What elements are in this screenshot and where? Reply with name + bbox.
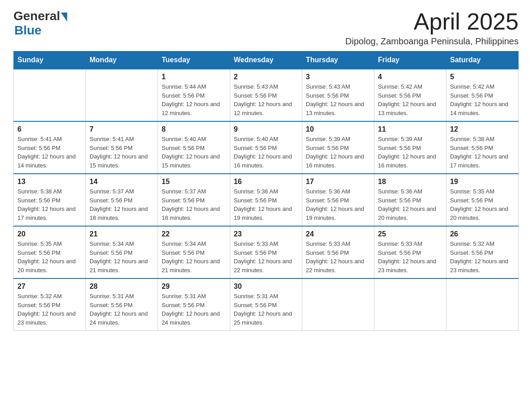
day-number: 9 xyxy=(234,125,298,133)
day-number: 16 xyxy=(234,178,298,186)
calendar-cell: 30Sunrise: 5:31 AMSunset: 5:56 PMDayligh… xyxy=(230,278,302,331)
calendar-cell xyxy=(14,69,86,121)
calendar-cell xyxy=(86,69,158,121)
day-number: 3 xyxy=(306,73,370,81)
location-subtitle: Dipolog, Zamboanga Peninsula, Philippine… xyxy=(345,36,519,47)
day-info: Sunrise: 5:37 AMSunset: 5:56 PMDaylight:… xyxy=(162,187,226,222)
day-info: Sunrise: 5:43 AMSunset: 5:56 PMDaylight:… xyxy=(306,82,370,117)
day-number: 4 xyxy=(378,73,442,81)
day-info: Sunrise: 5:34 AMSunset: 5:56 PMDaylight:… xyxy=(162,240,226,274)
calendar-cell: 17Sunrise: 5:36 AMSunset: 5:56 PMDayligh… xyxy=(302,174,374,226)
logo: General Blue xyxy=(13,9,67,38)
day-number: 17 xyxy=(306,178,370,186)
logo-triangle-icon xyxy=(60,11,67,21)
day-number: 18 xyxy=(378,178,442,186)
day-info: Sunrise: 5:33 AMSunset: 5:56 PMDaylight:… xyxy=(234,240,298,274)
calendar-cell: 15Sunrise: 5:37 AMSunset: 5:56 PMDayligh… xyxy=(158,174,230,226)
day-info: Sunrise: 5:44 AMSunset: 5:56 PMDaylight:… xyxy=(162,82,226,117)
day-number: 5 xyxy=(450,73,515,81)
calendar-cell: 9Sunrise: 5:40 AMSunset: 5:56 PMDaylight… xyxy=(230,121,302,174)
day-info: Sunrise: 5:31 AMSunset: 5:56 PMDaylight:… xyxy=(90,292,154,327)
calendar-cell: 28Sunrise: 5:31 AMSunset: 5:56 PMDayligh… xyxy=(86,278,158,331)
day-info: Sunrise: 5:36 AMSunset: 5:56 PMDaylight:… xyxy=(306,187,370,222)
day-number: 2 xyxy=(234,73,298,81)
calendar-cell: 6Sunrise: 5:41 AMSunset: 5:56 PMDaylight… xyxy=(14,121,86,174)
calendar-cell: 19Sunrise: 5:35 AMSunset: 5:56 PMDayligh… xyxy=(446,174,519,226)
day-number: 15 xyxy=(162,178,226,186)
calendar-table: SundayMondayTuesdayWednesdayThursdayFrid… xyxy=(13,51,519,331)
day-number: 26 xyxy=(450,230,515,238)
day-info: Sunrise: 5:38 AMSunset: 5:56 PMDaylight:… xyxy=(17,187,82,222)
weekday-header-monday: Monday xyxy=(86,51,158,69)
day-number: 8 xyxy=(162,125,226,133)
calendar-cell: 12Sunrise: 5:38 AMSunset: 5:56 PMDayligh… xyxy=(446,121,519,174)
day-number: 11 xyxy=(378,125,442,133)
day-info: Sunrise: 5:35 AMSunset: 5:56 PMDaylight:… xyxy=(17,240,82,274)
day-info: Sunrise: 5:32 AMSunset: 5:56 PMDaylight:… xyxy=(17,292,82,327)
day-number: 12 xyxy=(450,125,515,133)
calendar-cell xyxy=(374,278,446,331)
calendar-cell: 16Sunrise: 5:36 AMSunset: 5:56 PMDayligh… xyxy=(230,174,302,226)
calendar-cell: 23Sunrise: 5:33 AMSunset: 5:56 PMDayligh… xyxy=(230,226,302,278)
day-number: 25 xyxy=(378,230,442,238)
day-info: Sunrise: 5:43 AMSunset: 5:56 PMDaylight:… xyxy=(234,82,298,117)
day-info: Sunrise: 5:33 AMSunset: 5:56 PMDaylight:… xyxy=(378,240,442,274)
day-info: Sunrise: 5:37 AMSunset: 5:56 PMDaylight:… xyxy=(90,187,154,222)
day-info: Sunrise: 5:36 AMSunset: 5:56 PMDaylight:… xyxy=(234,187,298,222)
day-info: Sunrise: 5:33 AMSunset: 5:56 PMDaylight:… xyxy=(306,240,370,274)
calendar-cell: 29Sunrise: 5:31 AMSunset: 5:56 PMDayligh… xyxy=(158,278,230,331)
day-info: Sunrise: 5:40 AMSunset: 5:56 PMDaylight:… xyxy=(234,135,298,170)
day-info: Sunrise: 5:40 AMSunset: 5:56 PMDaylight:… xyxy=(162,135,226,170)
calendar-cell: 3Sunrise: 5:43 AMSunset: 5:56 PMDaylight… xyxy=(302,69,374,121)
day-info: Sunrise: 5:39 AMSunset: 5:56 PMDaylight:… xyxy=(306,135,370,170)
weekday-header-sunday: Sunday xyxy=(14,51,86,69)
calendar-week-row: 6Sunrise: 5:41 AMSunset: 5:56 PMDaylight… xyxy=(14,121,519,174)
day-number: 13 xyxy=(17,178,82,186)
day-info: Sunrise: 5:36 AMSunset: 5:56 PMDaylight:… xyxy=(378,187,442,222)
calendar-cell: 7Sunrise: 5:41 AMSunset: 5:56 PMDaylight… xyxy=(86,121,158,174)
calendar-cell: 8Sunrise: 5:40 AMSunset: 5:56 PMDaylight… xyxy=(158,121,230,174)
weekday-header-saturday: Saturday xyxy=(446,51,519,69)
calendar-week-row: 13Sunrise: 5:38 AMSunset: 5:56 PMDayligh… xyxy=(14,174,519,226)
day-number: 21 xyxy=(90,230,154,238)
calendar-cell: 25Sunrise: 5:33 AMSunset: 5:56 PMDayligh… xyxy=(374,226,446,278)
calendar-cell: 13Sunrise: 5:38 AMSunset: 5:56 PMDayligh… xyxy=(14,174,86,226)
day-number: 1 xyxy=(162,73,226,81)
day-info: Sunrise: 5:42 AMSunset: 5:56 PMDaylight:… xyxy=(450,82,515,117)
calendar-cell: 18Sunrise: 5:36 AMSunset: 5:56 PMDayligh… xyxy=(374,174,446,226)
weekday-header-thursday: Thursday xyxy=(302,51,374,69)
day-number: 6 xyxy=(17,125,82,133)
calendar-cell: 11Sunrise: 5:39 AMSunset: 5:56 PMDayligh… xyxy=(374,121,446,174)
calendar-cell: 24Sunrise: 5:33 AMSunset: 5:56 PMDayligh… xyxy=(302,226,374,278)
calendar-cell: 27Sunrise: 5:32 AMSunset: 5:56 PMDayligh… xyxy=(14,278,86,331)
weekday-header-friday: Friday xyxy=(374,51,446,69)
day-number: 14 xyxy=(90,178,154,186)
day-info: Sunrise: 5:41 AMSunset: 5:56 PMDaylight:… xyxy=(17,135,82,170)
day-number: 30 xyxy=(234,283,298,291)
weekday-header-tuesday: Tuesday xyxy=(158,51,230,69)
day-number: 28 xyxy=(90,283,154,291)
calendar-cell: 26Sunrise: 5:32 AMSunset: 5:56 PMDayligh… xyxy=(446,226,519,278)
calendar-week-row: 20Sunrise: 5:35 AMSunset: 5:56 PMDayligh… xyxy=(14,226,519,278)
logo-blue-text: Blue xyxy=(14,23,42,38)
day-info: Sunrise: 5:38 AMSunset: 5:56 PMDaylight:… xyxy=(450,135,515,170)
day-info: Sunrise: 5:31 AMSunset: 5:56 PMDaylight:… xyxy=(162,292,226,327)
month-title: April 2025 xyxy=(345,9,519,34)
calendar-cell: 14Sunrise: 5:37 AMSunset: 5:56 PMDayligh… xyxy=(86,174,158,226)
calendar-cell: 21Sunrise: 5:34 AMSunset: 5:56 PMDayligh… xyxy=(86,226,158,278)
calendar-cell: 20Sunrise: 5:35 AMSunset: 5:56 PMDayligh… xyxy=(14,226,86,278)
day-info: Sunrise: 5:34 AMSunset: 5:56 PMDaylight:… xyxy=(90,240,154,274)
day-number: 7 xyxy=(90,125,154,133)
page-header: General Blue April 2025 Dipolog, Zamboan… xyxy=(13,9,519,47)
calendar-week-row: 27Sunrise: 5:32 AMSunset: 5:56 PMDayligh… xyxy=(14,278,519,331)
day-number: 20 xyxy=(17,230,82,238)
day-number: 29 xyxy=(162,283,226,291)
title-section: April 2025 Dipolog, Zamboanga Peninsula,… xyxy=(345,9,519,47)
day-info: Sunrise: 5:42 AMSunset: 5:56 PMDaylight:… xyxy=(378,82,442,117)
day-info: Sunrise: 5:39 AMSunset: 5:56 PMDaylight:… xyxy=(378,135,442,170)
calendar-cell: 5Sunrise: 5:42 AMSunset: 5:56 PMDaylight… xyxy=(446,69,519,121)
calendar-cell: 2Sunrise: 5:43 AMSunset: 5:56 PMDaylight… xyxy=(230,69,302,121)
day-info: Sunrise: 5:41 AMSunset: 5:56 PMDaylight:… xyxy=(90,135,154,170)
weekday-header-wednesday: Wednesday xyxy=(230,51,302,69)
calendar-cell xyxy=(446,278,519,331)
